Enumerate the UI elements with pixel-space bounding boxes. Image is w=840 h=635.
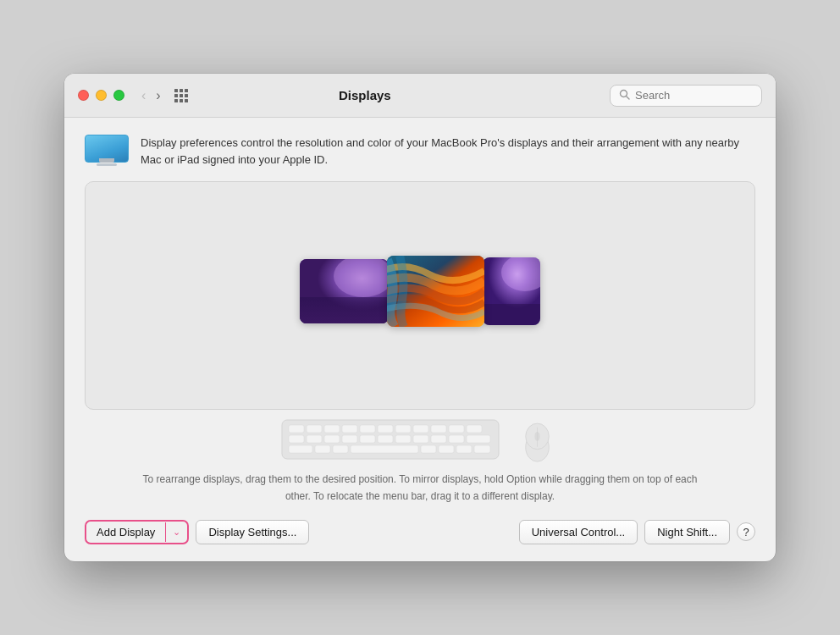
night-shift-button[interactable]: Night Shift...	[644, 520, 730, 544]
svg-rect-27	[395, 435, 411, 443]
buttons-row: Add Display ⌄ Display Settings... Univer…	[85, 520, 755, 544]
maximize-button[interactable]	[113, 90, 124, 101]
search-icon	[619, 89, 630, 102]
svg-rect-14	[360, 425, 375, 433]
mouse-icon	[514, 418, 561, 465]
svg-rect-36	[421, 445, 436, 453]
displays-container	[300, 256, 540, 327]
peripherals-area	[85, 410, 755, 472]
svg-rect-34	[333, 445, 348, 453]
svg-rect-20	[467, 425, 482, 433]
svg-rect-13	[342, 425, 357, 433]
svg-rect-23	[324, 435, 340, 443]
svg-rect-19	[449, 425, 464, 433]
svg-rect-39	[474, 445, 490, 453]
svg-rect-11	[307, 425, 322, 433]
display-thumbnail-1[interactable]	[300, 259, 389, 323]
display-thumbnail-3[interactable]	[483, 257, 540, 325]
close-button[interactable]	[78, 90, 89, 101]
svg-rect-8	[483, 304, 540, 325]
display-thumbnail-2[interactable]	[387, 256, 484, 327]
window-title: Displays	[130, 88, 600, 102]
svg-rect-10	[289, 425, 304, 433]
svg-rect-15	[378, 425, 393, 433]
svg-rect-37	[439, 445, 454, 453]
svg-rect-16	[395, 425, 411, 433]
svg-rect-21	[289, 435, 304, 443]
svg-rect-29	[431, 435, 446, 443]
svg-rect-12	[324, 425, 340, 433]
add-display-button[interactable]: Add Display ⌄	[85, 520, 189, 544]
svg-rect-24	[342, 435, 357, 443]
svg-rect-35	[351, 445, 418, 453]
info-text: Display preferences control the resoluti…	[141, 135, 755, 168]
keyboard-icon	[280, 418, 500, 465]
help-text: To rearrange displays, drag them to the …	[85, 472, 755, 504]
svg-rect-30	[449, 435, 464, 443]
svg-rect-18	[431, 425, 446, 433]
universal-control-button[interactable]: Universal Control...	[519, 520, 638, 544]
system-preferences-window: ‹ › Displays	[64, 74, 776, 560]
titlebar: ‹ › Displays	[64, 74, 776, 118]
display-settings-button[interactable]: Display Settings...	[196, 520, 309, 544]
traffic-lights	[78, 90, 124, 101]
help-button[interactable]: ?	[737, 522, 755, 541]
svg-rect-32	[289, 445, 312, 453]
svg-rect-33	[315, 445, 330, 453]
svg-rect-26	[378, 435, 393, 443]
svg-rect-28	[413, 435, 428, 443]
svg-rect-38	[456, 445, 472, 453]
add-display-label[interactable]: Add Display	[86, 522, 165, 543]
svg-rect-17	[413, 425, 428, 433]
info-banner: Display preferences control the resoluti…	[85, 135, 755, 168]
svg-point-43	[534, 432, 539, 441]
search-bar[interactable]	[610, 85, 762, 107]
svg-rect-31	[467, 435, 490, 443]
content-area: Display preferences control the resoluti…	[64, 118, 776, 560]
arrangement-area[interactable]	[85, 181, 755, 410]
display-icon	[85, 135, 129, 166]
add-display-chevron[interactable]: ⌄	[165, 522, 187, 542]
svg-line-1	[627, 97, 629, 99]
minimize-button[interactable]	[96, 90, 107, 101]
svg-rect-25	[360, 435, 375, 443]
svg-rect-4	[300, 297, 389, 323]
search-input[interactable]	[635, 89, 754, 102]
svg-rect-22	[307, 435, 322, 443]
